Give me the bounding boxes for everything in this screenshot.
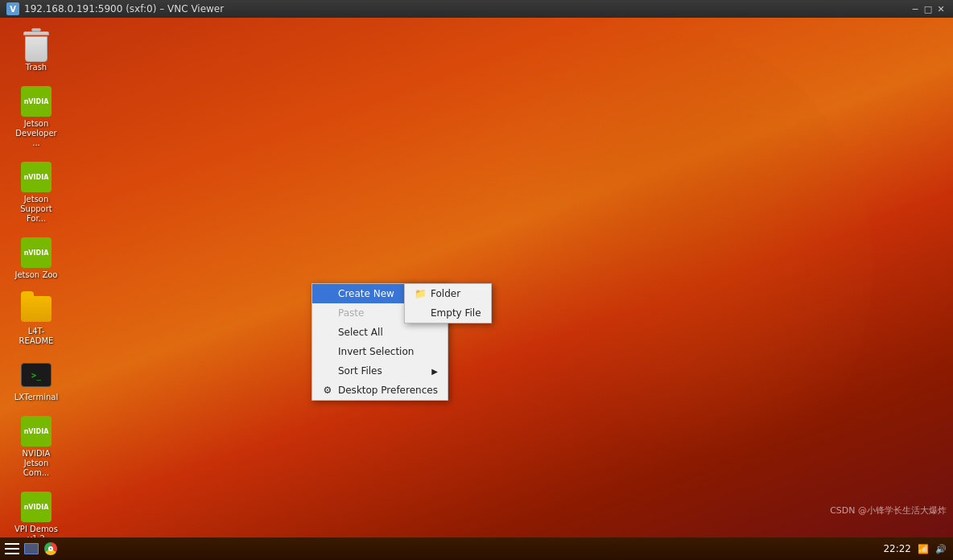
svg-rect-1 [5, 548, 19, 550]
context-menu-sort-files[interactable]: Sort Files ▶ [312, 361, 448, 381]
desktop-icon-jetson-com[interactable]: nVIDIA NVIDIAJetson Com... [8, 412, 64, 481]
desktop-prefs-label: Desktop Preferences [338, 385, 438, 396]
jetson-zoo-label: Jetson Zoo [15, 270, 58, 280]
nvidia-jetson-dev-icon: nVIDIA [20, 85, 52, 117]
nvidia-jetson-com-icon: nVIDIA [20, 415, 52, 447]
titlebar-controls: ─ □ ✕ [910, 3, 947, 14]
folder-icon [20, 293, 52, 325]
sort-files-label: Sort Files [338, 365, 382, 377]
context-menu-desktop-prefs[interactable]: ⚙ Desktop Preferences [312, 381, 448, 400]
sort-files-arrow: ▶ [431, 367, 438, 376]
taskbar-left [3, 540, 60, 558]
empty-file-label: Empty File [431, 307, 481, 319]
close-button[interactable]: ✕ [935, 3, 947, 14]
taskbar-volume-icon: 🔊 [935, 544, 947, 554]
submenu: 📁 Folder Empty File [404, 283, 492, 323]
sort-files-icon [322, 365, 333, 377]
desktop-icon-trash[interactable]: Trash [8, 26, 64, 76]
empty-file-icon [415, 307, 426, 319]
context-menu-select-all[interactable]: Select All [312, 323, 448, 342]
submenu-empty-file[interactable]: Empty File [405, 303, 491, 323]
watermark: CSDN @小锋学长生活大爆炸 [830, 504, 947, 517]
desktop[interactable]: Trash nVIDIA JetsonDeveloper ... nVIDIA … [0, 18, 953, 542]
desktop-icons: Trash nVIDIA JetsonDeveloper ... nVIDIA … [8, 26, 64, 542]
desktop-icon-vpi-demos[interactable]: nVIDIA VPI Demosv1.2 [8, 488, 64, 542]
terminal-icon: >_ [20, 359, 52, 391]
context-menu-invert-selection[interactable]: Invert Selection [312, 342, 448, 361]
titlebar-left: V 192.168.0.191:5900 (sxf:0) – VNC Viewe… [6, 2, 224, 15]
titlebar: V 192.168.0.191:5900 (sxf:0) – VNC Viewe… [0, 0, 953, 18]
trash-icon [20, 29, 52, 61]
watermark-text: CSDN @小锋学长生活大爆炸 [830, 505, 947, 516]
svg-rect-2 [5, 553, 19, 554]
taskbar-file-manager-button[interactable] [23, 540, 40, 558]
taskbar-apps-button[interactable] [3, 540, 21, 558]
titlebar-title: 192.168.0.191:5900 (sxf:0) – VNC Viewer [24, 3, 224, 14]
desktop-icon-lxterminal[interactable]: >_ LXTerminal [8, 356, 64, 406]
nvidia-vpi-icon: nVIDIA [20, 491, 52, 523]
create-new-icon [322, 288, 333, 299]
desktop-icon-l4t-readme[interactable]: L4T-README [8, 290, 64, 349]
taskbar: 22:22 📶 🔊 [0, 537, 953, 560]
desktop-prefs-icon: ⚙ [322, 385, 333, 396]
invert-selection-label: Invert Selection [338, 346, 414, 357]
taskbar-right: 22:22 📶 🔊 [883, 543, 950, 554]
l4t-readme-label: L4T-README [11, 327, 61, 346]
svg-rect-0 [5, 543, 19, 545]
invert-selection-icon [322, 346, 333, 357]
desktop-icon-jetson-support[interactable]: nVIDIA JetsonSupport For... [8, 158, 64, 227]
maximize-button[interactable]: □ [922, 3, 934, 14]
nvidia-jetson-zoo-icon: nVIDIA [20, 237, 52, 269]
jetson-support-label: JetsonSupport For... [11, 195, 61, 224]
select-all-icon [322, 327, 333, 338]
paste-label: Paste [338, 307, 364, 319]
create-new-label: Create New [338, 288, 394, 299]
desktop-icon-jetson-zoo[interactable]: nVIDIA Jetson Zoo [8, 233, 64, 283]
taskbar-time: 22:22 [883, 543, 911, 554]
jetson-dev-label: JetsonDeveloper ... [11, 119, 61, 148]
desktop-icon-jetson-dev[interactable]: nVIDIA JetsonDeveloper ... [8, 82, 64, 151]
taskbar-network-icon: 📶 [918, 544, 929, 554]
minimize-button[interactable]: ─ [910, 3, 921, 14]
folder-label: Folder [431, 288, 460, 299]
trash-label: Trash [26, 63, 47, 72]
jetson-com-label: NVIDIAJetson Com... [11, 449, 61, 478]
lxterminal-label: LXTerminal [14, 393, 59, 402]
nvidia-jetson-support-icon: nVIDIA [20, 161, 52, 193]
titlebar-icon: V [6, 2, 19, 15]
paste-icon [322, 307, 333, 319]
submenu-folder[interactable]: 📁 Folder [405, 284, 491, 303]
folder-submenu-icon: 📁 [415, 288, 426, 299]
select-all-label: Select All [338, 327, 383, 338]
taskbar-browser-button[interactable] [42, 540, 60, 558]
